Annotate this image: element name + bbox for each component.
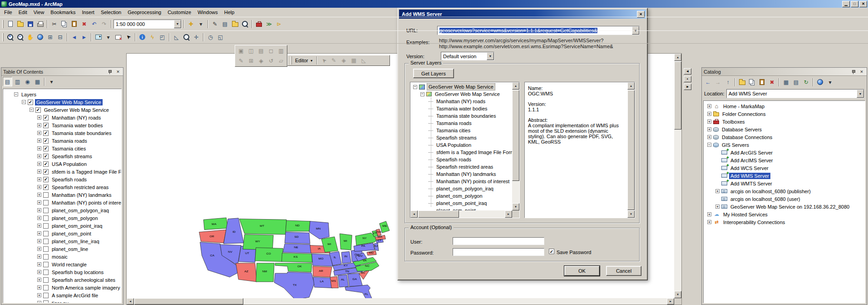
toc-options-icon[interactable]: ▾ [47,77,56,86]
layout-tool-3-icon[interactable]: ▤ [256,46,266,56]
expand-icon[interactable]: + [37,231,41,235]
layer-label[interactable]: Spearfish restricted areas [50,184,110,190]
toolbar-grip[interactable] [2,20,4,28]
toc-row[interactable]: +✓Tasmania state boundaries [3,129,121,137]
connect-to-folder-icon[interactable] [737,77,747,87]
layout-tool-2-icon[interactable]: ◫ [247,46,256,56]
delete-icon[interactable]: ✖ [79,19,89,29]
vertical-scroll-thumb[interactable] [627,90,635,210]
vertical-scroll-thumb[interactable] [512,90,519,181]
dock-tab-icon[interactable]: ◂ [684,68,691,75]
layer-label[interactable]: Manhattan (NY) roads [50,115,102,121]
toc-row[interactable]: +✓Spearfish roads [3,175,121,183]
fixed-zoom-in-icon[interactable]: ⊞ [45,32,55,42]
collapse-icon[interactable]: − [14,92,18,96]
dialog-tree-item-label[interactable]: planet_osm_polygon [435,193,484,199]
layer-visibility-checkbox[interactable]: ✓ [43,177,49,182]
catalog-item-label[interactable]: GIS Servers [720,142,750,148]
scroll-up-icon[interactable]: ▲ [512,82,519,90]
layer-label[interactable]: planet_osm_line_iraq [50,238,101,245]
add-data-arrow-icon[interactable]: ▾ [196,19,206,29]
search-window-icon[interactable] [240,19,250,29]
layer-visibility-checkbox[interactable] [43,208,49,213]
catalog-item-label[interactable]: arcgis on localhost_6080 (publisher) [729,188,812,195]
catalog-item-label[interactable]: Add ArcGIS Server [729,150,774,156]
select-features-arrow-icon[interactable]: ▾ [104,32,113,42]
expand-icon[interactable]: + [707,104,711,108]
maximize-button[interactable]: □ [851,1,858,7]
layer-label[interactable]: Tasmania water bodies [50,122,104,129]
collapse-icon[interactable]: − [707,143,711,147]
expand-icon[interactable]: + [715,205,720,209]
list-by-source-icon[interactable]: ▥ [13,77,22,86]
catalog-item-label[interactable]: Toolboxes [721,119,746,125]
dialog-tree-item[interactable]: Tasmania cities [410,127,512,134]
catalog-item-label[interactable]: Database Connections [720,134,774,140]
expand-icon[interactable]: + [37,115,41,120]
layer-visibility-checkbox[interactable] [43,277,49,283]
expand-icon[interactable]: + [707,120,711,124]
catalog-row[interactable]: +Folder Connections [704,110,865,118]
toc-row[interactable]: +✓Tasmania water bodies [3,121,121,129]
expand-icon[interactable]: + [37,146,41,150]
layer-visibility-checkbox[interactable] [43,223,49,229]
layer-label[interactable]: sfdem is a Tagged Image File Forma... [50,169,122,175]
hyperlink-icon[interactable]: ϟ [148,32,157,42]
expand-icon[interactable]: + [707,127,711,131]
dock-tab-icon[interactable]: ▸ [684,84,691,90]
expand-icon[interactable]: + [715,189,720,193]
expand-icon[interactable]: + [37,131,41,135]
dialog-tree-root-row[interactable]: −GeoServer Web Map Service [410,83,512,90]
menu-bookmarks[interactable]: Bookmarks [47,8,79,16]
undo-icon[interactable]: ↶ [89,19,99,29]
catalog-row[interactable]: −GIS Servers [704,141,865,149]
expand-icon[interactable]: + [707,212,711,216]
toc-row[interactable]: +✓Tasmania roads [3,137,121,145]
catalog-row[interactable]: +Database Connections [704,133,865,141]
scroll-right-icon[interactable]: ► [505,210,512,218]
expand-icon[interactable]: + [37,278,41,282]
editor-attributes-icon[interactable]: ▦ [349,56,359,65]
layer-label[interactable]: planet_osm_line [50,246,89,252]
pin-icon[interactable] [850,69,856,75]
editor-split-tool-icon[interactable]: ◈ [339,56,349,65]
layer-visibility-checkbox[interactable] [43,192,49,198]
toc-row[interactable]: +North America sample imagery [3,284,121,291]
layer-label[interactable]: North America sample imagery [50,285,121,291]
catalog-row[interactable]: +⇄Interoperability Connections [704,218,865,226]
toc-row[interactable]: +✓sfdem is a Tagged Image File Forma... [3,168,121,175]
dialog-tree-item-label[interactable]: Tasmania state boundaries [435,113,497,119]
toc-row[interactable]: +Spearfish bug locations [3,268,121,276]
info-vertical-scrollbar[interactable]: ▲ ▼ [627,82,635,218]
menu-help[interactable]: Help [221,8,238,16]
menu-customize[interactable]: Customize [164,8,194,16]
catalog-row[interactable]: Add ArcIMS Server [704,156,865,164]
ok-button[interactable]: OK [564,266,600,276]
expand-icon[interactable]: + [37,154,41,158]
collapse-icon[interactable]: − [30,108,34,112]
list-by-selection-icon[interactable]: ▦ [33,77,42,86]
scroll-up-icon[interactable]: ▲ [674,54,681,61]
toc-row[interactable]: +Manhattan (NY) points of interest [3,199,121,206]
catalog-row[interactable]: +Database Servers [704,125,865,133]
catalog-paste-icon[interactable] [757,77,767,87]
layer-visibility-checkbox[interactable] [43,300,49,304]
expand-icon[interactable]: + [37,123,41,127]
model-builder-icon[interactable]: ⊳ [274,19,284,29]
expand-icon[interactable]: + [707,220,711,224]
layer-visibility-checkbox[interactable]: ✓ [35,107,41,113]
new-document-icon[interactable] [5,19,15,29]
layer-label[interactable]: Manhattan (NY) landmarks [50,192,113,198]
layer-visibility-checkbox[interactable] [43,285,49,290]
dialog-tree-item[interactable]: Tasmania roads [410,120,512,127]
scroll-right-icon[interactable]: ► [667,298,674,305]
layer-label[interactable]: Spearfish archeological sites [50,277,117,283]
catalog-row[interactable]: Add WCS Server [704,164,865,172]
pan-icon[interactable]: ✋ [25,32,35,42]
identify-icon[interactable]: i [138,32,147,42]
expand-icon[interactable]: + [37,270,41,274]
expand-icon[interactable]: + [707,112,711,116]
layer-label[interactable]: Spearfish roads [50,176,88,183]
redo-icon[interactable]: ↷ [99,19,109,29]
dialog-tree-item-label[interactable]: Manhattan (NY) landmarks [435,171,497,177]
